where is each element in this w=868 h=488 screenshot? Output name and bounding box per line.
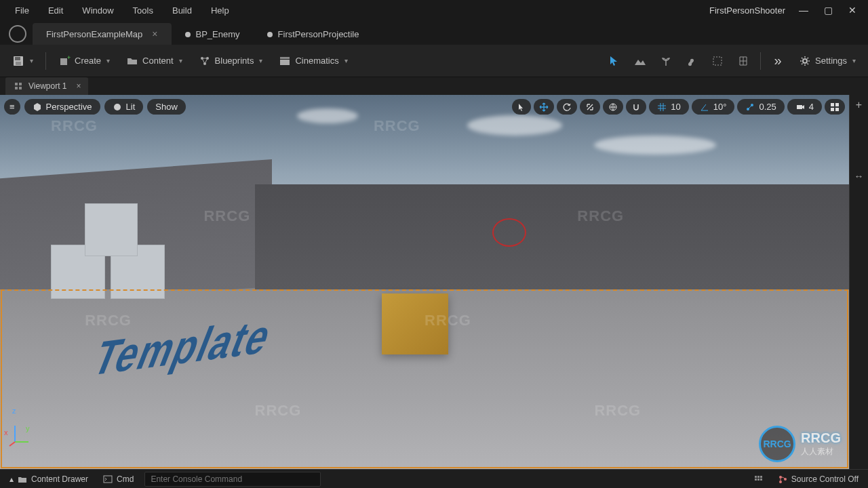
svg-point-11 bbox=[803, 59, 807, 63]
svg-rect-30 bbox=[755, 476, 757, 478]
svg-rect-28 bbox=[835, 108, 839, 111]
grid-snap-button[interactable]: 10 bbox=[649, 99, 688, 115]
menu-edit[interactable]: Edit bbox=[39, 3, 73, 18]
axis-gizmo: z y x bbox=[8, 424, 33, 449]
move-icon bbox=[539, 102, 549, 112]
main-toolbar: ▾ + Create ▾ Content ▾ Blueprints ▾ Cine… bbox=[0, 45, 868, 77]
svg-rect-25 bbox=[831, 103, 834, 106]
clapper-icon bbox=[279, 55, 291, 67]
viewport-tab[interactable]: Viewport 1 × bbox=[5, 77, 88, 95]
svg-rect-32 bbox=[760, 476, 762, 478]
layout-icon bbox=[830, 102, 840, 112]
content-button[interactable]: Content ▾ bbox=[119, 51, 189, 71]
y-axis-label: y bbox=[26, 424, 30, 432]
angle-snap-button[interactable]: 10° bbox=[692, 99, 735, 115]
viewport-layout-button[interactable] bbox=[825, 99, 845, 115]
svg-point-19 bbox=[114, 104, 121, 110]
viewport-menu-button[interactable]: ≡ bbox=[4, 99, 20, 115]
mesh-paint-button[interactable] bbox=[680, 49, 703, 73]
lit-label: Lit bbox=[126, 102, 136, 112]
show-label: Show bbox=[155, 102, 178, 112]
wall-back bbox=[255, 184, 849, 289]
tab-label: FirstPersonExampleMap bbox=[46, 29, 142, 39]
menu-build[interactable]: Build bbox=[163, 3, 201, 18]
show-button[interactable]: Show bbox=[147, 99, 186, 115]
close-window-button[interactable]: ✕ bbox=[846, 4, 859, 16]
rotate-icon bbox=[562, 102, 572, 112]
sphere-icon bbox=[113, 102, 122, 112]
scale-icon bbox=[585, 102, 595, 112]
menu-file[interactable]: File bbox=[5, 3, 39, 18]
tab-bp-enemy[interactable]: BP_Enemy bbox=[172, 24, 254, 45]
tab-projectile[interactable]: FirstPersonProjectile bbox=[254, 24, 373, 45]
svg-rect-12 bbox=[15, 83, 18, 85]
overflow-button[interactable]: » bbox=[766, 49, 789, 73]
select-mode-button[interactable] bbox=[603, 49, 626, 73]
asset-tab-strip: FirstPersonExampleMap × BP_Enemy FirstPe… bbox=[0, 20, 868, 45]
grid-display-icon[interactable] bbox=[749, 473, 767, 485]
chevron-down-icon: ▾ bbox=[344, 57, 348, 64]
resize-handle-icon[interactable]: ↔ bbox=[854, 171, 864, 182]
close-icon[interactable]: × bbox=[152, 28, 157, 39]
main-area: Template z y x RRCG RRCG RRCG RRCG RRCG … bbox=[0, 95, 868, 469]
brand-mark: RRCG bbox=[763, 439, 791, 449]
rotate-tool-button[interactable] bbox=[557, 99, 577, 115]
perspective-button[interactable]: Perspective bbox=[24, 99, 100, 115]
settings-button[interactable]: Settings ▾ bbox=[792, 51, 863, 71]
z-axis-label: z bbox=[12, 407, 16, 415]
viewport-tab-label: Viewport 1 bbox=[28, 81, 66, 91]
landscape-mode-button[interactable] bbox=[629, 49, 652, 73]
surface-snap-button[interactable] bbox=[626, 99, 646, 115]
details-panel-collapsed[interactable]: + ↔ bbox=[849, 95, 868, 469]
world-local-toggle[interactable] bbox=[603, 99, 623, 115]
scale-snap-value: 0.25 bbox=[759, 102, 776, 112]
modeling-mode-button[interactable] bbox=[706, 49, 729, 73]
angle-icon bbox=[700, 102, 709, 112]
lit-button[interactable]: Lit bbox=[104, 99, 144, 115]
perspective-label: Perspective bbox=[46, 102, 92, 112]
cinematics-button[interactable]: Cinematics ▾ bbox=[272, 51, 354, 71]
branch-icon bbox=[778, 474, 787, 484]
ue-logo-icon[interactable] bbox=[3, 23, 33, 45]
camera-speed-button[interactable]: 4 bbox=[787, 99, 822, 115]
grid-snap-value: 10 bbox=[671, 102, 680, 112]
svg-rect-24 bbox=[797, 105, 802, 109]
globe-icon bbox=[608, 102, 618, 112]
plus-icon[interactable]: + bbox=[856, 99, 862, 111]
grid-icon bbox=[12, 80, 24, 92]
menu-help[interactable]: Help bbox=[201, 3, 239, 18]
blueprints-label: Blueprints bbox=[215, 56, 254, 66]
close-icon[interactable]: × bbox=[76, 81, 81, 91]
svg-rect-31 bbox=[757, 476, 760, 478]
scale-snap-button[interactable]: 0.25 bbox=[737, 99, 784, 115]
svg-rect-15 bbox=[19, 87, 22, 89]
svg-line-23 bbox=[749, 106, 751, 108]
chevron-down-icon: ▾ bbox=[259, 57, 262, 64]
settings-label: Settings bbox=[815, 56, 847, 66]
svg-rect-10 bbox=[713, 57, 722, 65]
content-drawer-button[interactable]: ▴ Content Drawer bbox=[5, 473, 92, 485]
folder-icon bbox=[18, 475, 27, 483]
source-control-button[interactable]: Source Control Off bbox=[774, 473, 863, 485]
camera-speed-value: 4 bbox=[809, 102, 814, 112]
foliage-mode-button[interactable] bbox=[654, 49, 677, 73]
menu-window[interactable]: Window bbox=[73, 3, 123, 18]
translate-tool-button[interactable] bbox=[534, 99, 554, 115]
minimize-button[interactable]: — bbox=[797, 4, 810, 16]
maximize-button[interactable]: ▢ bbox=[822, 4, 834, 16]
brand-sub: 人人素材 bbox=[801, 446, 841, 458]
svg-rect-1 bbox=[15, 57, 20, 60]
chevron-up-icon: ▴ bbox=[9, 474, 14, 484]
create-button[interactable]: + Create ▾ bbox=[52, 51, 117, 71]
viewport[interactable]: Template z y x RRCG RRCG RRCG RRCG RRCG … bbox=[0, 95, 849, 469]
menu-tools[interactable]: Tools bbox=[123, 3, 163, 18]
menu-bar: File Edit Window Tools Build Help FirstP… bbox=[0, 0, 868, 20]
scale-tool-button[interactable] bbox=[580, 99, 600, 115]
console-command-input[interactable] bbox=[144, 472, 321, 487]
fracture-mode-button[interactable] bbox=[732, 49, 755, 73]
tab-level-map[interactable]: FirstPersonExampleMap × bbox=[33, 23, 172, 45]
blueprints-button[interactable]: Blueprints ▾ bbox=[192, 51, 270, 71]
select-tool-button[interactable] bbox=[512, 99, 531, 115]
cmd-button[interactable]: Cmd bbox=[99, 473, 138, 485]
save-button[interactable]: ▾ bbox=[5, 51, 40, 71]
